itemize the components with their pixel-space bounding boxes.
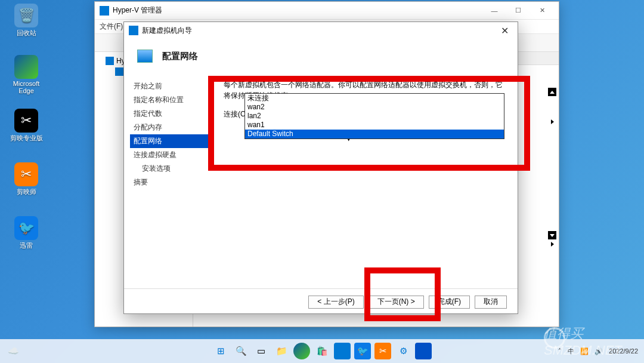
- option-wan2[interactable]: wan2: [245, 103, 504, 112]
- network-icon: [137, 50, 153, 63]
- weather-widget[interactable]: ☁️: [5, 343, 21, 359]
- volume-icon[interactable]: 🔊: [595, 347, 603, 355]
- ime-icon[interactable]: 中: [568, 347, 574, 356]
- wizard-icon: [129, 26, 138, 35]
- edge-taskbar-icon[interactable]: [293, 343, 310, 359]
- close-button[interactable]: ✕: [530, 2, 554, 19]
- option-lan2[interactable]: lan2: [245, 112, 504, 121]
- jianji-icon: ✂: [14, 162, 38, 186]
- tray-chevron-icon[interactable]: ˄: [558, 347, 562, 355]
- app-icon-3[interactable]: ⚙: [395, 343, 411, 359]
- step-network[interactable]: 配置网络: [130, 134, 210, 148]
- step-install-options[interactable]: 安装选项: [130, 162, 210, 176]
- desktop-icon-xunlei[interactable]: 🐦 迅雷: [7, 216, 45, 250]
- host-icon: [115, 67, 123, 76]
- step-vhd[interactable]: 连接虚拟硬盘: [130, 148, 210, 162]
- desktop-icon-capcut-pro[interactable]: ✂ 剪映专业版: [7, 109, 45, 143]
- desktop-icon-recycle[interactable]: 🗑️ 回收站: [7, 4, 45, 38]
- desktop-icon-capcut[interactable]: ✂ 剪映师: [7, 162, 45, 196]
- taskbar[interactable]: ☁️ ⊞ 🔍 ▭ 📁 🛍️ 🐦 ✂ ⚙ ˄ 中 📶 🔊 2022/9/22: [0, 339, 644, 363]
- titlebar[interactable]: Hyper-V 管理器 — ☐ ✕: [95, 2, 559, 20]
- icon-label: 回收站: [7, 29, 45, 38]
- expand-button-2[interactable]: [548, 240, 556, 248]
- page-title: 配置网络: [162, 51, 198, 62]
- hyperv-taskbar-icon[interactable]: [334, 343, 351, 359]
- scroll-down-button[interactable]: [548, 231, 556, 239]
- menu-file[interactable]: 文件(F): [100, 21, 123, 32]
- app-icon-1[interactable]: 🐦: [354, 343, 371, 359]
- desktop-icon-edge[interactable]: Microsoft Edge: [7, 55, 45, 94]
- server-icon: [106, 57, 114, 65]
- wizard-main: 每个新虚拟机包含一个网络适配器。你可以配置网络适配器以使用虚拟交换机，否则，它将…: [210, 73, 518, 288]
- dialog-title: 新建虚拟机向导: [142, 26, 192, 36]
- cancel-button[interactable]: 取消: [475, 296, 507, 309]
- prev-button[interactable]: < 上一步(P): [308, 296, 363, 309]
- app-icon: [100, 6, 109, 16]
- option-not-connected[interactable]: 未连接: [245, 94, 504, 103]
- window-title: Hyper-V 管理器: [113, 5, 162, 16]
- search-button[interactable]: 🔍: [233, 343, 249, 359]
- start-button[interactable]: ⊞: [212, 343, 229, 359]
- option-default-switch[interactable]: Default Switch: [245, 130, 504, 139]
- option-wan1[interactable]: wan1: [245, 121, 504, 130]
- dialog-titlebar[interactable]: 新建虚拟机向导 ✕: [124, 22, 518, 39]
- clock[interactable]: 2022/9/22: [609, 347, 638, 355]
- xunlei-icon: 🐦: [14, 216, 38, 240]
- close-button[interactable]: ✕: [496, 25, 513, 36]
- next-button[interactable]: 下一页(N) >: [369, 296, 424, 309]
- step-name-location[interactable]: 指定名称和位置: [130, 93, 210, 107]
- new-vm-wizard-dialog: 新建虚拟机向导 ✕ 配置网络 开始之前 指定名称和位置 指定代数 分配内存 配置…: [123, 21, 518, 314]
- wizard-buttons: < 上一步(P) 下一页(N) > 完成(F) 取消: [124, 288, 518, 315]
- wifi-icon[interactable]: 📶: [580, 347, 589, 355]
- store-icon[interactable]: 🛍️: [314, 343, 330, 359]
- explorer-icon[interactable]: 📁: [273, 343, 290, 359]
- connection-dropdown[interactable]: 未连接 wan2 lan2 wan1 Default Switch: [244, 93, 504, 139]
- icon-label: 迅雷: [7, 241, 45, 250]
- system-tray[interactable]: ˄ 中 📶 🔊 2022/9/22: [558, 347, 638, 356]
- taskbar-center: ⊞ 🔍 ▭ 📁 🛍️ 🐦 ✂ ⚙: [212, 343, 432, 359]
- app-icon-2[interactable]: ✂: [374, 343, 391, 359]
- minimize-button[interactable]: —: [482, 2, 506, 19]
- step-memory[interactable]: 分配内存: [130, 121, 210, 134]
- icon-label: 剪映师: [7, 187, 45, 196]
- icon-label: Microsoft Edge: [7, 80, 45, 94]
- step-before-begin[interactable]: 开始之前: [130, 79, 210, 93]
- step-generation[interactable]: 指定代数: [130, 107, 210, 121]
- recycle-bin-icon: 🗑️: [14, 4, 38, 27]
- icon-label: 剪映专业版: [7, 134, 45, 143]
- step-summary[interactable]: 摘要: [130, 176, 210, 189]
- maximize-button[interactable]: ☐: [506, 2, 530, 19]
- app-icon-4[interactable]: [415, 343, 432, 359]
- wizard-steps: 开始之前 指定名称和位置 指定代数 分配内存 配置网络 连接虚拟硬盘 安装选项 …: [124, 73, 210, 288]
- taskview-button[interactable]: ▭: [253, 343, 270, 359]
- edge-icon: [14, 55, 38, 79]
- capcut-icon: ✂: [14, 109, 38, 133]
- wizard-header: 配置网络: [124, 39, 518, 73]
- scroll-up-button[interactable]: [548, 88, 556, 96]
- finish-button[interactable]: 完成(F): [429, 296, 470, 309]
- expand-button[interactable]: [548, 118, 556, 126]
